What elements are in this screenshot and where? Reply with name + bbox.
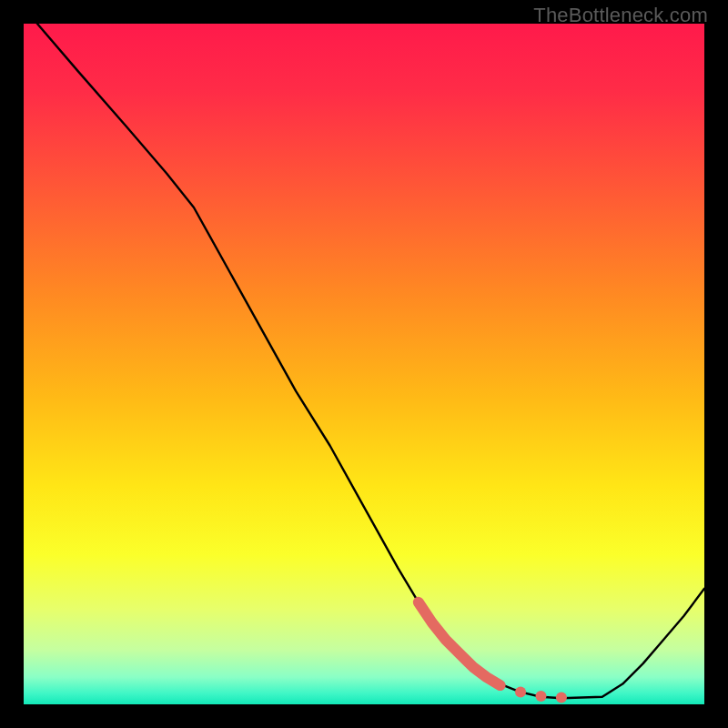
bottleneck-chart xyxy=(24,24,704,704)
highlight-dot xyxy=(515,687,526,698)
highlight-dot xyxy=(556,693,567,703)
highlight-dot xyxy=(535,691,546,702)
chart-frame: TheBottleneck.com xyxy=(0,0,728,728)
plot-area xyxy=(24,24,704,704)
